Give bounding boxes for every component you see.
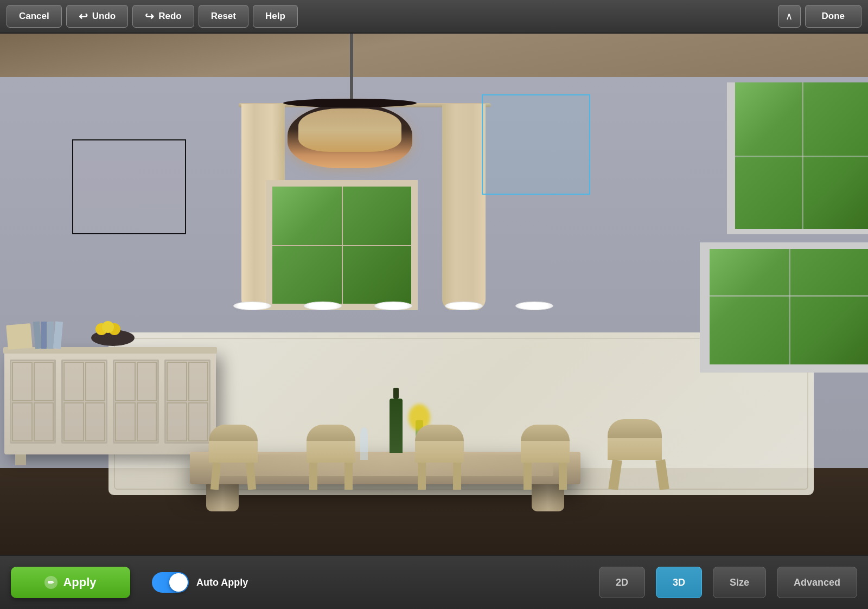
view-2d-label: 2D bbox=[616, 577, 628, 588]
chair-front-left bbox=[198, 425, 269, 479]
window-center bbox=[266, 180, 418, 310]
plate-4 bbox=[445, 302, 483, 310]
auto-apply-toggle[interactable] bbox=[152, 572, 189, 593]
chair-front-center-left bbox=[296, 425, 366, 479]
bottom-toolbar: ✏ Apply Auto Apply 2D 3D Size Advanced bbox=[0, 555, 868, 609]
cancel-label: Cancel bbox=[19, 11, 49, 22]
plate-1 bbox=[233, 302, 271, 310]
size-button[interactable]: Size bbox=[713, 567, 766, 598]
scene-viewport[interactable] bbox=[0, 34, 868, 555]
undo-icon: ↩ bbox=[79, 10, 88, 23]
redo-label: Redo bbox=[158, 11, 182, 22]
help-button[interactable]: Help bbox=[253, 5, 298, 28]
chandelier-rim bbox=[283, 99, 417, 107]
help-label: Help bbox=[265, 11, 285, 22]
undo-button[interactable]: ↩ Undo bbox=[66, 5, 128, 28]
chair-front-right bbox=[510, 425, 580, 479]
auto-apply-label: Auto Apply bbox=[196, 577, 248, 588]
top-toolbar: Cancel ↩ Undo ↪ Redo Reset Help ∧ Done bbox=[0, 0, 868, 34]
redo-button[interactable]: ↪ Redo bbox=[132, 5, 194, 28]
cancel-button[interactable]: Cancel bbox=[7, 5, 62, 28]
curtain-right bbox=[442, 104, 486, 310]
wine-bottle bbox=[390, 399, 403, 453]
chevron-up-icon: ∧ bbox=[786, 10, 793, 22]
room-background bbox=[0, 34, 868, 555]
auto-apply-area: Auto Apply bbox=[152, 572, 248, 593]
sideboard bbox=[4, 351, 216, 454]
pencil-icon: ✏ bbox=[48, 578, 54, 587]
chair-front-center-right bbox=[404, 425, 475, 479]
view-3d-label: 3D bbox=[673, 577, 685, 588]
done-button[interactable]: Done bbox=[805, 5, 862, 28]
apply-label: Apply bbox=[63, 575, 96, 589]
collapse-button[interactable]: ∧ bbox=[778, 5, 801, 28]
chandelier-body bbox=[288, 103, 412, 168]
apply-icon: ✏ bbox=[44, 576, 58, 589]
done-label: Done bbox=[822, 11, 845, 22]
reset-button[interactable]: Reset bbox=[199, 5, 248, 28]
chandelier-chain bbox=[350, 34, 353, 104]
redo-icon: ↪ bbox=[145, 10, 154, 23]
size-label: Size bbox=[730, 577, 749, 588]
ceiling-beam-1 bbox=[0, 34, 868, 77]
window-right-top bbox=[727, 82, 868, 234]
chair-far-right bbox=[597, 419, 684, 479]
undo-label: Undo bbox=[92, 11, 116, 22]
reset-label: Reset bbox=[211, 11, 236, 22]
toggle-thumb bbox=[169, 573, 188, 592]
apply-button[interactable]: ✏ Apply bbox=[11, 567, 130, 598]
plate-5 bbox=[515, 302, 553, 310]
plate-3 bbox=[374, 302, 412, 310]
advanced-label: Advanced bbox=[794, 577, 840, 588]
plate-2 bbox=[304, 302, 342, 310]
view-3d-button[interactable]: 3D bbox=[656, 567, 702, 598]
view-2d-button[interactable]: 2D bbox=[599, 567, 645, 598]
window-right-bottom bbox=[700, 242, 868, 373]
advanced-button[interactable]: Advanced bbox=[777, 567, 857, 598]
